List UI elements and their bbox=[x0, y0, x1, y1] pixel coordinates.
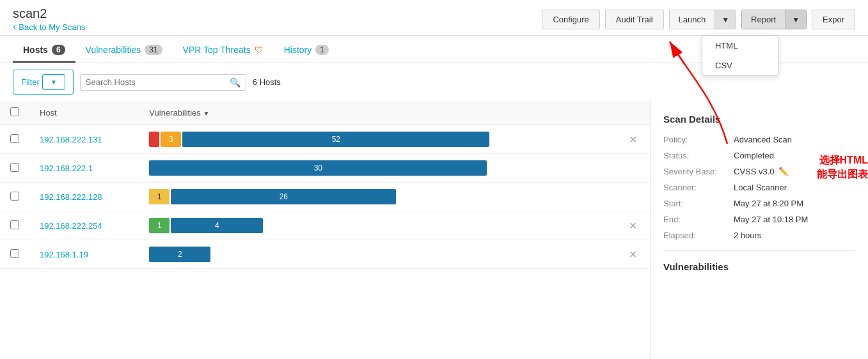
details-section: Scan Details Policy: Advanced Scan Statu… bbox=[651, 101, 868, 358]
filter-label: Filter bbox=[21, 77, 40, 87]
col-vulnerabilities: Vulnerabilities ▼ bbox=[139, 101, 616, 125]
elapsed-value: 2 hours bbox=[734, 231, 761, 240]
select-all-checkbox[interactable] bbox=[10, 107, 19, 116]
launch-button-split[interactable]: Launch ▼ bbox=[669, 10, 737, 29]
back-to-scans-link[interactable]: Back to My Scans bbox=[13, 21, 85, 33]
tab-history[interactable]: History 1 bbox=[274, 38, 339, 63]
main-content: Host Vulnerabilities ▼ 192.168.222.131 3… bbox=[0, 101, 868, 358]
tab-history-badge: 1 bbox=[315, 45, 329, 55]
table-row: 192.168.222.1 30 bbox=[0, 154, 650, 183]
policy-label: Policy: bbox=[663, 135, 734, 144]
row-checkbox[interactable] bbox=[10, 192, 19, 201]
report-csv-item[interactable]: CSV bbox=[702, 56, 778, 75]
configure-button[interactable]: Configure bbox=[542, 10, 599, 29]
search-input[interactable] bbox=[86, 77, 230, 87]
row-checkbox[interactable] bbox=[10, 134, 19, 143]
tab-hosts[interactable]: Hosts 6 bbox=[13, 38, 75, 63]
header-left: scan2 Back to My Scans bbox=[13, 6, 85, 33]
table-row: 192.168.222.254 14 ✕ bbox=[0, 211, 650, 240]
table-row: 192.168.1.19 2 ✕ bbox=[0, 240, 650, 269]
tab-vulnerabilities[interactable]: Vulnerabilities 31 bbox=[75, 38, 173, 63]
end-label: End: bbox=[663, 215, 734, 224]
host-ip[interactable]: 192.168.1.19 bbox=[40, 250, 88, 259]
table-row: 192.168.222.128 126 bbox=[0, 183, 650, 211]
detail-elapsed: Elapsed: 2 hours bbox=[663, 231, 855, 240]
tab-vulnerabilities-badge: 31 bbox=[145, 45, 162, 55]
close-icon[interactable]: ✕ bbox=[626, 220, 640, 231]
detail-status: Status: Completed bbox=[663, 151, 855, 160]
search-box: 🔍 bbox=[80, 74, 246, 91]
report-button-split[interactable]: Report ▼ bbox=[741, 10, 807, 29]
table-row: 192.168.222.131 352 ✕ bbox=[0, 125, 650, 154]
elapsed-label: Elapsed: bbox=[663, 231, 734, 240]
vulnerabilities-title: Vulnerabilities bbox=[663, 261, 855, 272]
edit-severity-icon[interactable]: ✏️ bbox=[778, 167, 789, 176]
report-dropdown: HTML CSV bbox=[702, 35, 778, 76]
row-checkbox[interactable] bbox=[10, 220, 19, 229]
launch-arrow-button[interactable]: ▼ bbox=[714, 10, 736, 29]
detail-scanner: Scanner: Local Scanner bbox=[663, 183, 855, 192]
detail-severity: Severity Base: CVSS v3.0 ✏️ bbox=[663, 167, 855, 176]
tab-hosts-badge: 6 bbox=[52, 45, 65, 55]
header-actions: Configure Audit Trail Launch ▼ Report ▼ … bbox=[542, 10, 855, 29]
severity-label: Severity Base: bbox=[663, 167, 734, 176]
filter-arrow-icon: ▼ bbox=[42, 74, 65, 90]
tab-history-label: History bbox=[284, 45, 312, 55]
tab-vpr-label: VPR Top Threats bbox=[183, 45, 251, 55]
detail-end: End: May 27 at 10:18 PM bbox=[663, 215, 855, 224]
detail-policy: Policy: Advanced Scan bbox=[663, 135, 855, 144]
host-ip[interactable]: 192.168.222.128 bbox=[40, 192, 102, 202]
policy-value: Advanced Scan bbox=[734, 135, 792, 144]
severity-value: CVSS v3.0 ✏️ bbox=[734, 167, 789, 176]
hosts-table: Host Vulnerabilities ▼ 192.168.222.131 3… bbox=[0, 101, 650, 269]
start-label: Start: bbox=[663, 199, 734, 208]
tab-vulnerabilities-label: Vulnerabilities bbox=[86, 45, 141, 55]
scanner-value: Local Scanner bbox=[734, 183, 787, 192]
status-value: Completed bbox=[734, 151, 774, 160]
filter-button[interactable]: Filter ▼ bbox=[13, 70, 74, 95]
report-arrow-button[interactable]: ▼ bbox=[785, 10, 806, 29]
start-value: May 27 at 8:20 PM bbox=[734, 199, 803, 208]
report-main-button[interactable]: Report bbox=[742, 10, 785, 29]
audit-trail-button[interactable]: Audit Trail bbox=[605, 10, 664, 29]
tab-hosts-label: Hosts bbox=[23, 45, 48, 55]
export-button[interactable]: Expor bbox=[812, 10, 855, 29]
scan-title: scan2 bbox=[13, 6, 85, 21]
tab-vpr[interactable]: VPR Top Threats 🛡 bbox=[173, 38, 274, 63]
host-ip[interactable]: 192.168.222.131 bbox=[40, 135, 102, 144]
scanner-label: Scanner: bbox=[663, 183, 734, 192]
close-icon[interactable]: ✕ bbox=[626, 134, 640, 145]
host-ip[interactable]: 192.168.222.254 bbox=[40, 221, 102, 231]
detail-start: Start: May 27 at 8:20 PM bbox=[663, 199, 855, 208]
header: scan2 Back to My Scans Configure Audit T… bbox=[0, 0, 868, 36]
status-label: Status: bbox=[663, 151, 734, 160]
end-value: May 27 at 10:18 PM bbox=[734, 215, 808, 224]
col-host: Host bbox=[29, 101, 139, 125]
scan-details-title: Scan Details bbox=[663, 114, 855, 125]
search-icon: 🔍 bbox=[230, 77, 241, 88]
table-section: Host Vulnerabilities ▼ 192.168.222.131 3… bbox=[0, 101, 651, 358]
row-checkbox[interactable] bbox=[10, 163, 19, 172]
close-icon[interactable]: ✕ bbox=[626, 249, 640, 260]
host-count: 6 Hosts bbox=[253, 77, 281, 87]
host-ip[interactable]: 192.168.222.1 bbox=[40, 164, 93, 173]
launch-main-button[interactable]: Launch bbox=[670, 10, 715, 29]
divider bbox=[663, 250, 855, 251]
row-checkbox[interactable] bbox=[10, 249, 19, 258]
report-html-item[interactable]: HTML bbox=[702, 36, 778, 56]
shield-icon: 🛡 bbox=[255, 45, 264, 55]
